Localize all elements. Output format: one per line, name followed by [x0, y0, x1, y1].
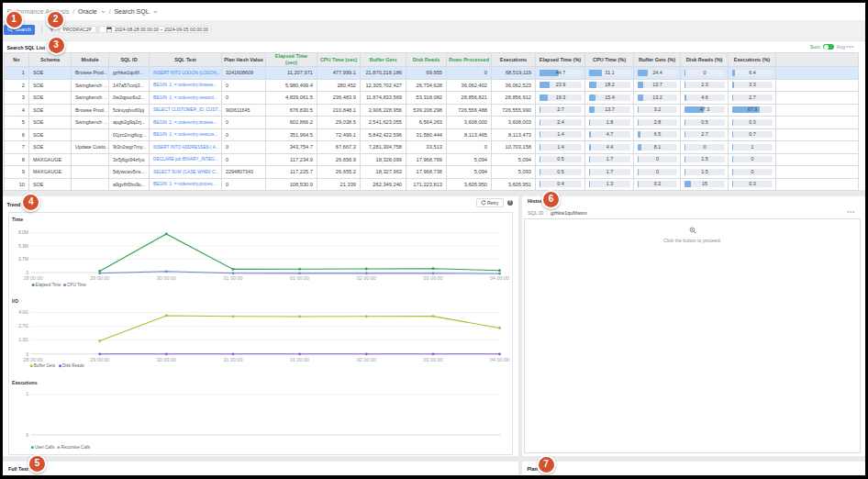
svg-text:0: 0 [26, 432, 28, 438]
svg-text:I/O: I/O [12, 298, 18, 304]
svg-text:User Calls: User Calls [35, 445, 55, 450]
svg-text:2.7G: 2.7G [18, 323, 28, 329]
svg-text:1.3G: 1.3G [18, 337, 28, 342]
svg-text:Buffer Gets: Buffer Gets [34, 363, 56, 368]
svg-text:04 00:00: 04 00:00 [490, 357, 509, 362]
svg-text:2.7M: 2.7M [18, 256, 28, 262]
svg-text:04 00:00: 04 00:00 [490, 275, 509, 281]
svg-text:5.3M: 5.3M [18, 243, 28, 249]
svg-text:8.0M: 8.0M [18, 229, 28, 235]
svg-text:01 00:00: 01 00:00 [290, 357, 309, 362]
svg-text:02 00:00: 02 00:00 [357, 275, 376, 281]
svg-text:28 00:00: 28 00:00 [24, 275, 43, 281]
svg-text:02 00:00: 02 00:00 [357, 357, 376, 362]
svg-text:03 00:00: 03 00:00 [424, 357, 443, 362]
svg-text:28 00:00: 28 00:00 [24, 357, 43, 362]
svg-text:03 00:00: 03 00:00 [424, 275, 443, 281]
svg-text:1: 1 [26, 391, 28, 396]
svg-text:Recursive Calls: Recursive Calls [61, 445, 91, 450]
svg-text:Disk Reads: Disk Reads [62, 363, 84, 368]
svg-text:Time: Time [12, 217, 23, 222]
svg-text:0: 0 [26, 270, 28, 275]
svg-text:CPU Time: CPU Time [67, 283, 86, 287]
svg-text:Elapsed Time: Elapsed Time [36, 283, 61, 287]
svg-text:30 00:00: 30 00:00 [157, 357, 176, 362]
svg-text:31 00:00: 31 00:00 [224, 275, 243, 281]
svg-text:Executions: Executions [12, 380, 38, 385]
svg-text:30 00:00: 30 00:00 [157, 275, 176, 281]
svg-text:31 00:00: 31 00:00 [224, 357, 243, 362]
svg-text:01 00:00: 01 00:00 [290, 275, 309, 281]
svg-text:4.0G: 4.0G [18, 309, 28, 315]
svg-text:29 00:00: 29 00:00 [90, 275, 109, 281]
svg-text:29 00:00: 29 00:00 [90, 357, 109, 362]
